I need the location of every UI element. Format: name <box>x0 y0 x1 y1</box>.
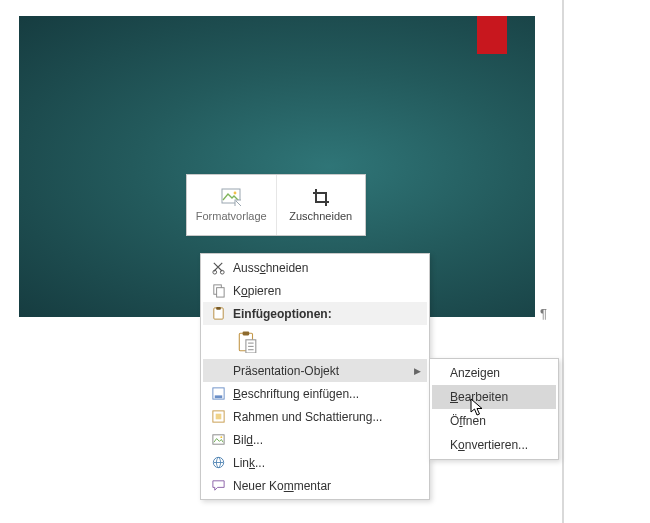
menu-label: Ausschneiden <box>229 261 421 275</box>
link-icon <box>207 455 229 470</box>
svg-rect-7 <box>216 288 224 297</box>
scissors-icon <box>207 260 229 275</box>
svg-rect-9 <box>216 307 221 310</box>
copy-icon <box>207 283 229 298</box>
context-menu: Ausschneiden Kopieren Einfügeoptionen: P… <box>200 253 430 500</box>
menu-label: Beschriftung einfügen... <box>229 387 421 401</box>
svg-rect-20 <box>212 435 223 444</box>
context-submenu: Anzeigen Bearbeiten Öffnen Konvertieren.… <box>429 358 559 460</box>
menu-label: Bild... <box>229 433 421 447</box>
svg-rect-19 <box>215 414 221 420</box>
borders-icon <box>207 409 229 424</box>
menu-item-cut[interactable]: Ausschneiden <box>203 256 427 279</box>
format-template-label: Formatvorlage <box>196 210 267 222</box>
paste-options-row <box>203 325 427 359</box>
menu-label: Konvertieren... <box>446 438 550 452</box>
paste-option-default[interactable] <box>233 329 260 356</box>
menu-label: Öffnen <box>446 414 550 428</box>
submenu-item-show[interactable]: Anzeigen <box>432 361 556 385</box>
menu-item-presentation-object[interactable]: Präsentation-Objekt ▶ <box>203 359 427 382</box>
svg-point-1 <box>234 192 237 195</box>
menu-header-paste-options: Einfügeoptionen: <box>203 302 427 325</box>
menu-label: Präsentation-Objekt <box>229 364 414 378</box>
menu-label: Neuer Kommentar <box>229 479 421 493</box>
submenu-item-edit[interactable]: Bearbeiten <box>432 385 556 409</box>
crop-button[interactable]: Zuschneiden <box>276 175 366 235</box>
svg-point-21 <box>220 436 222 438</box>
menu-label: Kopieren <box>229 284 421 298</box>
chevron-right-icon: ▶ <box>414 366 421 376</box>
clipboard-icon <box>237 331 257 353</box>
comment-icon <box>207 478 229 493</box>
crop-icon <box>311 188 331 206</box>
page-divider <box>562 0 564 523</box>
mini-toolbar: Formatvorlage Zuschneiden <box>186 174 366 236</box>
svg-rect-11 <box>242 332 249 336</box>
menu-item-copy[interactable]: Kopieren <box>203 279 427 302</box>
crop-label: Zuschneiden <box>289 210 352 222</box>
svg-rect-17 <box>214 395 222 398</box>
menu-item-picture[interactable]: Bild... <box>203 428 427 451</box>
caption-icon <box>207 386 229 401</box>
menu-label: Anzeigen <box>446 366 550 380</box>
menu-label: Bearbeiten <box>446 390 550 404</box>
picture-style-icon <box>221 188 241 206</box>
menu-item-link[interactable]: Link... <box>203 451 427 474</box>
menu-item-new-comment[interactable]: Neuer Kommentar <box>203 474 427 497</box>
format-template-button[interactable]: Formatvorlage <box>187 175 276 235</box>
paste-icon <box>207 306 229 321</box>
menu-item-insert-caption[interactable]: Beschriftung einfügen... <box>203 382 427 405</box>
slide-red-ribbon <box>477 16 507 54</box>
menu-label: Link... <box>229 456 421 470</box>
picture-icon <box>207 432 229 447</box>
menu-item-borders-shading[interactable]: Rahmen und Schattierung... <box>203 405 427 428</box>
submenu-item-open[interactable]: Öffnen <box>432 409 556 433</box>
menu-label: Einfügeoptionen: <box>229 307 421 321</box>
paragraph-mark: ¶ <box>540 306 547 321</box>
menu-label: Rahmen und Schattierung... <box>229 410 421 424</box>
submenu-item-convert[interactable]: Konvertieren... <box>432 433 556 457</box>
